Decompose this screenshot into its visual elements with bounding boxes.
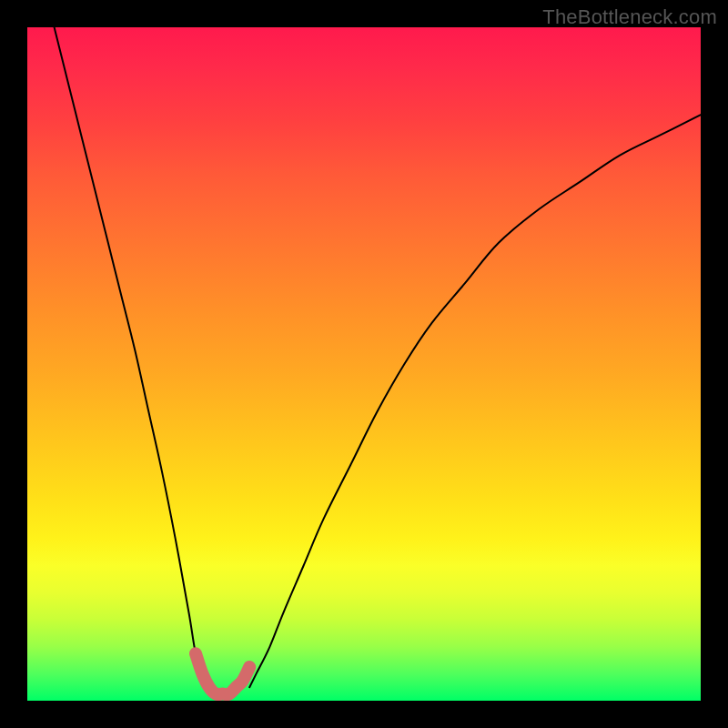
curve-right-branch: [249, 115, 701, 687]
curve-left-branch: [55, 27, 209, 687]
minimum-marker: [196, 653, 249, 694]
watermark-text: TheBottleneck.com: [542, 5, 717, 29]
bottleneck-curve-chart: [27, 27, 701, 701]
